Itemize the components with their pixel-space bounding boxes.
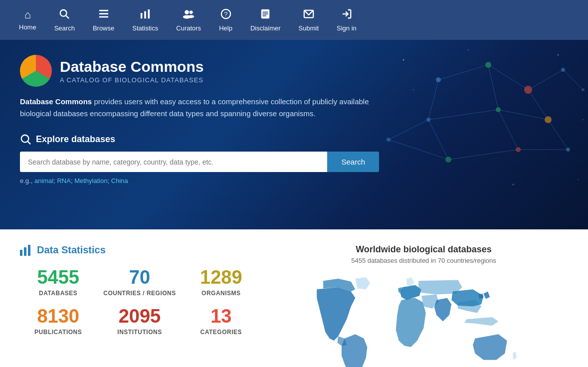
svg-point-8 [185, 10, 189, 14]
stat-label-organisms: ORGANISMS [183, 290, 259, 297]
svg-line-1 [66, 15, 69, 18]
stat-number-publications: 8130 [20, 307, 96, 326]
navbar: ⌂ Home Search Browse Statistics Curators… [0, 0, 588, 40]
nav-label-statistics: Statistics [132, 24, 158, 32]
svg-rect-17 [263, 15, 266, 16]
world-map-svg [279, 272, 568, 367]
stat-label-countries: COUNTRIES / REGIONS [101, 290, 178, 297]
nav-item-help[interactable]: ? Help [210, 3, 241, 37]
svg-line-28 [498, 110, 518, 150]
stat-publications: 8130 PUBLICATIONS [20, 307, 96, 336]
svg-line-32 [448, 150, 518, 160]
stats-title-text: Data Statistics [37, 244, 106, 256]
stats-grid: 5455 DATABASES 70 COUNTRIES / REGIONS 12… [20, 268, 259, 336]
svg-point-37 [485, 62, 491, 68]
svg-line-31 [428, 120, 448, 160]
nav-item-disclaimer[interactable]: Disclaimer [241, 3, 290, 37]
svg-rect-16 [263, 13, 268, 14]
svg-point-53 [513, 184, 514, 185]
curators-icon [183, 8, 195, 21]
stat-label-institutions: INSTITUTIONS [101, 329, 178, 336]
svg-rect-7 [148, 9, 150, 18]
nav-item-search[interactable]: Search [45, 3, 84, 37]
stats-left: Data Statistics 5455 DATABASES 70 COUNTR… [20, 244, 259, 367]
svg-point-39 [561, 68, 565, 72]
svg-point-0 [60, 9, 67, 16]
svg-rect-59 [24, 247, 26, 256]
svg-line-23 [488, 65, 498, 110]
search-icon [59, 8, 70, 21]
explore-icon [20, 134, 31, 145]
signin-icon [341, 8, 352, 21]
stat-organisms: 1289 ORGANISMS [183, 268, 259, 297]
example-link-china[interactable]: China [111, 177, 128, 184]
svg-rect-58 [20, 250, 22, 256]
svg-text:?: ? [224, 10, 227, 17]
stats-right: Worldwide biological databases 5455 data… [279, 244, 568, 367]
statistics-icon [140, 8, 151, 21]
svg-line-29 [548, 120, 568, 150]
nav-item-browse[interactable]: Browse [84, 3, 123, 37]
svg-line-33 [389, 120, 428, 140]
nav-label-home: Home [19, 23, 36, 31]
stat-number-databases: 5455 [20, 268, 96, 287]
home-icon: ⌂ [24, 9, 31, 20]
svg-point-36 [436, 77, 441, 82]
svg-line-22 [528, 70, 563, 90]
svg-point-52 [413, 89, 414, 90]
stat-databases: 5455 DATABASES [20, 268, 96, 297]
nav-label-search: Search [54, 24, 75, 32]
nav-item-curators[interactable]: Curators [167, 3, 210, 37]
stat-categories: 13 CATEGORIES [183, 307, 259, 336]
stat-institutions: 2095 INSTITUTIONS [101, 307, 178, 336]
stats-title: Data Statistics [20, 244, 259, 256]
nav-item-signin[interactable]: Sign in [328, 3, 366, 37]
search-input[interactable] [20, 152, 327, 172]
nav-item-home[interactable]: ⌂ Home [10, 4, 45, 36]
svg-point-51 [583, 119, 584, 120]
nav-label-help: Help [219, 24, 232, 32]
site-title: Database Commons [60, 58, 203, 75]
nav-label-curators: Curators [176, 24, 201, 32]
svg-rect-60 [28, 245, 30, 256]
svg-line-20 [438, 65, 488, 80]
svg-point-50 [558, 54, 559, 56]
svg-line-21 [488, 65, 528, 90]
example-link-rna[interactable]: RNA [57, 177, 70, 184]
hero-desc-strong: Database Commons [20, 97, 92, 106]
svg-rect-15 [263, 11, 268, 12]
svg-point-41 [545, 116, 552, 123]
svg-point-54 [578, 179, 579, 180]
svg-point-38 [524, 86, 532, 94]
explore-text: Explore databases [36, 134, 115, 145]
svg-line-26 [428, 80, 438, 120]
example-link-methylation[interactable]: Methylation [74, 177, 107, 184]
nav-label-disclaimer: Disclaimer [250, 24, 281, 32]
stats-section: Data Statistics 5455 DATABASES 70 COUNTR… [0, 229, 588, 367]
example-link-animal[interactable]: animal [34, 177, 53, 184]
svg-line-27 [428, 110, 498, 120]
svg-line-57 [28, 142, 31, 145]
svg-rect-5 [141, 13, 143, 18]
svg-line-24 [498, 110, 548, 120]
nav-item-statistics[interactable]: Statistics [123, 3, 167, 37]
stat-label-databases: DATABASES [20, 290, 96, 297]
stat-number-countries: 70 [101, 268, 178, 287]
help-icon: ? [220, 8, 231, 21]
browse-icon [98, 8, 109, 21]
nav-label-browse: Browse [93, 24, 114, 32]
svg-line-34 [389, 140, 448, 160]
svg-rect-2 [99, 9, 108, 11]
search-row: Search [20, 152, 379, 172]
svg-point-44 [566, 148, 570, 152]
network-decoration [339, 40, 588, 229]
svg-rect-6 [144, 11, 146, 18]
stat-countries: 70 COUNTRIES / REGIONS [101, 268, 178, 297]
brand-text: Database Commons A CATALOG OF BIOLOGICAL… [60, 58, 203, 84]
svg-point-40 [496, 107, 501, 112]
svg-rect-4 [99, 16, 108, 17]
nav-item-submit[interactable]: Submit [290, 3, 328, 37]
svg-point-9 [190, 10, 193, 14]
svg-point-48 [403, 59, 404, 61]
world-map: 1 10 100 1k 10k [279, 272, 568, 367]
